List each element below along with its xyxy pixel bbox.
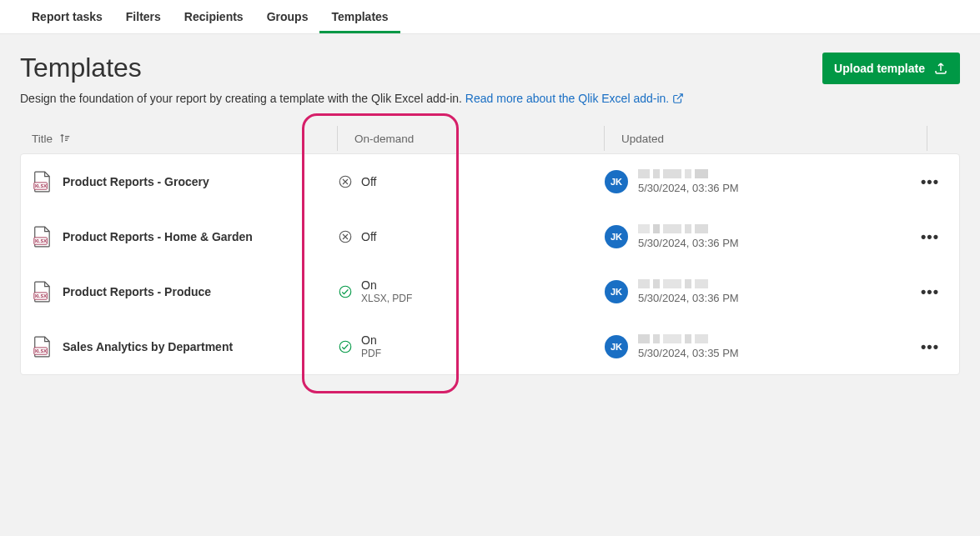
col-title-label[interactable]: Title [32,133,53,145]
check-circle-icon [338,284,353,299]
ondemand-formats: PDF [361,348,381,359]
user-name-redacted [638,169,739,178]
templates-table: Title On-demand Updated Pro [20,123,960,375]
ondemand-status-label: On [361,278,412,293]
user-name-redacted [638,224,739,233]
upload-icon [933,61,948,76]
tab-templates[interactable]: Templates [319,0,400,33]
tabs-bar: Report tasks Filters Recipients Groups T… [0,0,980,34]
xlsx-file-icon [33,171,51,193]
avatar: JK [605,335,628,358]
updated-timestamp: 5/30/2024, 03:36 PM [638,182,739,194]
page-description: Design the foundation of your report by … [20,92,960,105]
updated-timestamp: 5/30/2024, 03:36 PM [638,237,739,249]
updated-timestamp: 5/30/2024, 03:35 PM [638,347,739,359]
more-actions-button[interactable]: ••• [921,283,939,301]
x-circle-icon [338,174,353,189]
xlsx-file-icon [33,226,51,248]
ondemand-status-label: Off [361,175,376,189]
avatar: JK [605,280,628,303]
ondemand-formats: XLSX, PDF [361,293,412,304]
upload-template-label: Upload template [834,62,925,75]
more-actions-button[interactable]: ••• [921,228,939,246]
template-title: Product Reports - Grocery [63,175,209,188]
tab-report-tasks[interactable]: Report tasks [20,0,114,33]
col-ondemand-label[interactable]: On-demand [354,133,414,145]
tab-recipients[interactable]: Recipients [173,0,255,33]
tab-groups[interactable]: Groups [255,0,320,33]
external-link-icon [672,93,684,104]
sort-icon[interactable] [59,133,71,144]
table-header: Title On-demand Updated [20,123,960,153]
template-title: Product Reports - Produce [63,285,211,298]
more-actions-button[interactable]: ••• [921,173,939,191]
ondemand-status-label: Off [361,230,376,244]
xlsx-file-icon [33,336,51,358]
xlsx-file-icon [33,281,51,303]
table-row[interactable]: Product Reports - Home & GardenOffJK5/30… [21,209,959,264]
more-actions-button[interactable]: ••• [921,338,939,356]
table-row[interactable]: Product Reports - ProduceOnXLSX, PDFJK5/… [21,264,959,319]
table-row[interactable]: Sales Analytics by DepartmentOnPDFJK5/30… [21,319,959,374]
col-updated-label[interactable]: Updated [621,133,664,145]
upload-template-button[interactable]: Upload template [822,53,960,84]
template-title: Sales Analytics by Department [63,340,233,353]
page-title: Templates [20,53,142,83]
table-row[interactable]: Product Reports - GroceryOffJK5/30/2024,… [21,154,959,209]
read-more-link[interactable]: Read more about the Qlik Excel add-in. [465,92,684,105]
avatar: JK [605,170,628,193]
updated-timestamp: 5/30/2024, 03:36 PM [638,292,739,304]
avatar: JK [605,225,628,248]
user-name-redacted [638,334,739,343]
ondemand-status-label: On [361,333,381,348]
user-name-redacted [638,279,739,288]
template-title: Product Reports - Home & Garden [63,230,253,243]
check-circle-icon [338,339,353,354]
tab-filters[interactable]: Filters [114,0,173,33]
x-circle-icon [338,229,353,244]
